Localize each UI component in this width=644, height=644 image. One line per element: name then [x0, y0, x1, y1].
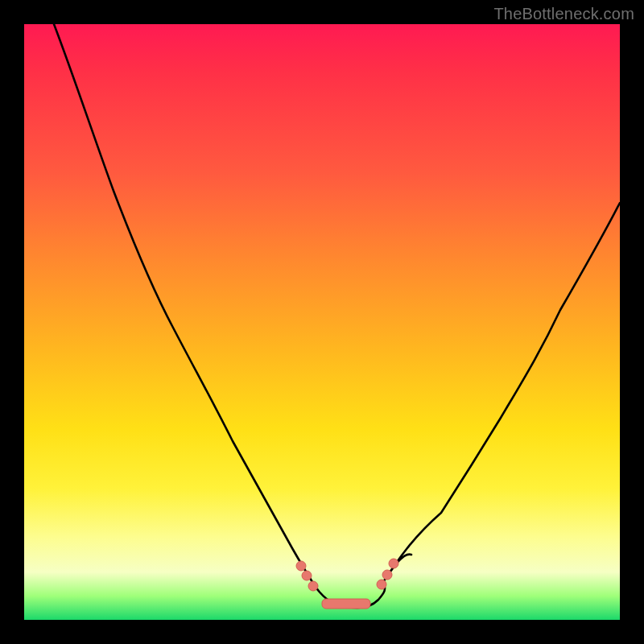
svg-point-4	[377, 580, 386, 589]
svg-point-6	[389, 559, 398, 568]
svg-point-2	[308, 581, 318, 591]
svg-point-5	[382, 570, 392, 580]
marker-dots-left	[296, 561, 318, 591]
svg-rect-3	[322, 599, 370, 609]
watermark: TheBottleneck.com	[493, 5, 634, 23]
svg-point-1	[302, 571, 312, 580]
svg-point-0	[296, 561, 306, 571]
valley-markers	[24, 24, 620, 620]
chart-frame: TheBottleneck.com	[0, 0, 644, 644]
marker-pill-floor	[322, 599, 370, 609]
plot-area	[24, 24, 620, 620]
marker-dots-right	[377, 559, 398, 589]
